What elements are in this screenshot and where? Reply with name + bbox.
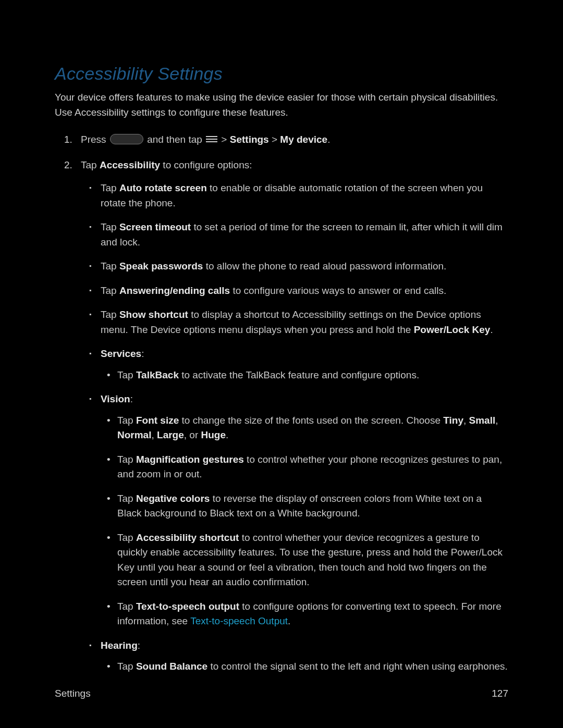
text: Tap [117,601,136,612]
option-label: Answering/ending calls [119,285,230,296]
list-item: Tap Sound Balance to control the signal … [117,659,508,674]
power-lock-key-label: Power/Lock Key [414,324,491,335]
option-label: Accessibility shortcut [136,532,239,543]
footer-section: Settings [55,686,91,701]
option-label: Font size [136,415,179,426]
text: : [141,348,144,359]
text: Press [81,134,109,145]
accessibility-options: Tap Auto rotate screen to enable or disa… [81,181,508,674]
text: to configure various ways to answer or e… [230,285,446,296]
list-item: Tap Show shortcut to display a shortcut … [101,307,508,337]
list-item: Tap Speak passwords to allow the phone t… [101,259,508,274]
option-label: Magnification gestures [136,454,244,465]
vision-category: Vision: Tap Font size to change the size… [101,392,508,629]
text: , [463,415,469,426]
category-label: Hearing [101,640,138,651]
text: Tap [81,159,100,170]
my-device-label: My device [280,134,327,145]
size-small: Small [469,415,496,426]
option-label: TalkBack [136,369,179,380]
text: Tap [101,309,119,320]
text: to allow the phone to read aloud passwor… [203,261,446,272]
option-label: Auto rotate screen [119,182,207,193]
list-item: Tap Magnification gestures to control wh… [117,452,508,482]
text: to change the size of the fonts used on … [179,415,443,426]
option-label: Screen timeout [119,221,191,232]
option-label: Sound Balance [136,661,207,672]
text: Tap [101,221,119,232]
category-label: Services [101,348,141,359]
text: . [490,324,493,335]
settings-label: Settings [230,134,269,145]
text: , or [184,429,201,440]
page-heading: Accessibility Settings [55,60,508,87]
option-label: Show shortcut [119,309,188,320]
text: > [218,134,230,145]
text: , [151,429,157,440]
option-label: Speak passwords [119,261,203,272]
text: Tap [101,182,119,193]
intro-paragraph: Your device offers features to make usin… [55,90,508,120]
vision-list: Tap Font size to change the size of the … [101,413,508,629]
list-item: Tap Answering/ending calls to configure … [101,283,508,299]
step-number: 2. [64,158,72,173]
hearing-list: Tap Sound Balance to control the signal … [101,659,508,674]
option-label: Text-to-speech output [136,601,239,612]
footer-page-number: 127 [492,686,508,701]
text: . [226,429,228,440]
services-list: Tap TalkBack to activate the TalkBack fe… [101,368,508,383]
list-item: Tap Negative colors to reverse the displ… [117,491,508,521]
text: to activate the TalkBack feature and con… [179,369,419,380]
text: and then tap [144,134,205,145]
text: Tap [101,285,119,296]
text: to configure options: [160,159,252,170]
text: to control the signal sent to the left a… [207,661,508,672]
option-label: Negative colors [136,493,210,504]
list-item: Tap Accessibility shortcut to control wh… [117,530,508,590]
text: , [495,415,498,426]
text: > [269,134,280,145]
text: Tap [117,415,136,426]
text: Tap [101,261,119,272]
text: Tap [117,369,136,380]
text: : [130,393,133,404]
text: Tap [117,493,136,504]
step-number: 1. [64,132,72,147]
list-item: Tap Screen timeout to set a period of ti… [101,220,508,250]
list-item: Tap Text-to-speech output to configure o… [117,599,508,629]
size-large: Large [157,429,184,440]
text: Tap [117,454,136,465]
list-item: Tap Auto rotate screen to enable or disa… [101,181,508,211]
text: . [327,134,330,145]
tts-output-link[interactable]: Text-to-speech Output [190,615,288,626]
text: : [138,640,140,651]
accessibility-label: Accessibility [100,159,160,170]
text: Tap [117,532,136,543]
page-content: Accessibility Settings Your device offer… [0,0,563,716]
text: . [288,615,290,626]
step-2: 2. Tap Accessibility to configure option… [81,158,508,674]
home-button-icon [110,134,143,144]
list-item: Tap Font size to change the size of the … [117,413,508,443]
size-huge: Huge [201,429,226,440]
hearing-category: Hearing: Tap Sound Balance to control th… [101,638,508,674]
menu-icon [206,135,217,144]
text: Tap [117,661,136,672]
size-tiny: Tiny [443,415,463,426]
size-normal: Normal [117,429,151,440]
list-item: Tap TalkBack to activate the TalkBack fe… [117,368,508,383]
page-footer: Settings 127 [55,686,508,701]
services-category: Services: Tap TalkBack to activate the T… [101,347,508,382]
step-1: 1. Press and then tap > Settings > My de… [81,132,508,147]
category-label: Vision [101,393,130,404]
steps-list: 1. Press and then tap > Settings > My de… [55,132,508,674]
